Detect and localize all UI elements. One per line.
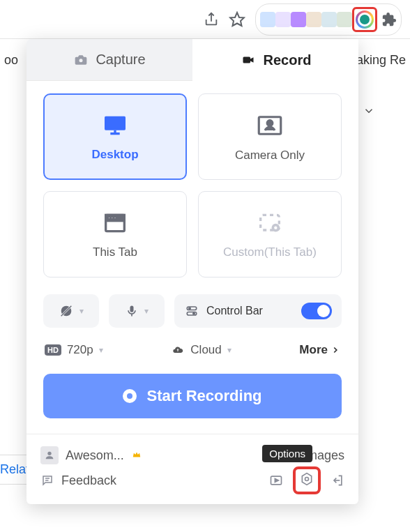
mode-this-tab[interactable]: This Tab: [43, 191, 187, 278]
webcam-toggle[interactable]: ▾: [43, 294, 99, 328]
footer-icons: [269, 466, 344, 494]
mode-desktop[interactable]: Desktop: [43, 93, 187, 180]
active-extension-highlight: [352, 7, 377, 32]
start-label: Start Recording: [146, 387, 261, 405]
extension-icon[interactable]: [337, 12, 352, 27]
tab-icon: [98, 209, 132, 237]
feedback-label: Feedback: [61, 473, 116, 488]
card-label: Camera Only: [235, 149, 305, 162]
camera-icon: [73, 53, 89, 67]
options-button-highlight: [293, 466, 321, 494]
share-icon[interactable]: [204, 12, 219, 27]
svg-rect-5: [114, 130, 116, 132]
quality-selector[interactable]: HD 720p ▾: [45, 343, 103, 357]
chevron-down-icon: ▾: [227, 345, 231, 355]
tab-record[interactable]: Record: [192, 39, 358, 81]
bg-text-right: aking Re: [356, 53, 406, 68]
bg-chevron: [363, 105, 375, 120]
quality-label: 720p: [67, 343, 93, 357]
avatar-icon: [40, 446, 59, 464]
camera-only-icon: [251, 111, 289, 140]
control-bar-toggle[interactable]: Control Bar: [174, 294, 342, 328]
svg-rect-2: [243, 57, 250, 63]
svg-point-23: [189, 307, 190, 309]
mode-camera-only[interactable]: Camera Only: [198, 93, 342, 180]
chevron-down-icon: [363, 105, 375, 117]
options-tooltip: Options: [262, 445, 312, 462]
chevron-right-icon: [331, 345, 340, 355]
popup-footer: Awesom... mages Feedback Options: [26, 434, 358, 504]
extensions-strip: [255, 3, 402, 36]
tab-capture[interactable]: Capture: [26, 39, 192, 81]
more-label: More: [299, 343, 328, 357]
cloud-upload-icon: [171, 344, 185, 356]
start-recording-button[interactable]: Start Recording: [43, 374, 342, 418]
extension-icon[interactable]: [275, 12, 291, 27]
controls-row: ▾ ▾ Control Bar: [26, 284, 358, 332]
svg-rect-3: [105, 116, 126, 130]
extension-icon[interactable]: [291, 12, 306, 27]
control-bar-label: Control Bar: [206, 305, 263, 317]
storage-selector[interactable]: Cloud ▾: [171, 343, 231, 357]
gear-icon[interactable]: [300, 472, 314, 486]
storage-label: Cloud: [190, 343, 221, 357]
extension-popup: Capture Record Desktop Camera Only This …: [26, 39, 358, 504]
svg-marker-30: [302, 473, 311, 485]
tab-label: Record: [264, 52, 312, 68]
crown-icon: [131, 448, 142, 463]
svg-point-24: [193, 313, 195, 314]
svg-point-11: [112, 217, 113, 218]
svg-point-10: [109, 217, 110, 218]
extension-icon[interactable]: [306, 12, 321, 27]
hd-icon: HD: [45, 344, 61, 356]
bookmark-star-icon[interactable]: [229, 11, 245, 28]
user-name: Awesom...: [66, 448, 124, 463]
more-button[interactable]: More: [299, 343, 340, 357]
svg-rect-4: [110, 132, 119, 135]
bg-images-text: mages: [307, 448, 344, 463]
settings-row: HD 720p ▾ Cloud ▾ More: [26, 332, 358, 370]
card-label: Custom(This Tab): [223, 245, 317, 259]
extension-icon[interactable]: [260, 12, 275, 27]
video-icon: [240, 54, 257, 66]
tab-bar: Capture Record: [26, 39, 358, 81]
extensions-puzzle-icon[interactable]: [381, 12, 397, 27]
record-icon: [123, 389, 137, 403]
record-mode-grid: Desktop Camera Only This Tab Custom(This…: [26, 81, 358, 284]
awesome-screenshot-extension-icon[interactable]: [356, 10, 374, 29]
microphone-icon: [125, 303, 139, 319]
desktop-icon: [98, 112, 132, 139]
svg-point-25: [47, 452, 51, 455]
svg-point-7: [267, 121, 273, 126]
user-account[interactable]: Awesom...: [40, 446, 142, 464]
videos-icon[interactable]: [269, 473, 283, 487]
bg-text-left: oo: [4, 53, 18, 68]
svg-rect-19: [130, 306, 134, 312]
browser-toolbar: [0, 0, 410, 39]
feedback-icon: [40, 474, 54, 487]
mic-toggle[interactable]: ▾: [109, 294, 165, 328]
svg-marker-29: [275, 479, 278, 482]
chevron-down-icon: ▾: [144, 306, 149, 316]
logout-icon[interactable]: [331, 473, 344, 487]
control-bar-icon: [184, 305, 199, 317]
svg-point-12: [114, 217, 116, 218]
feedback-link[interactable]: Feedback: [40, 473, 116, 488]
tab-label: Capture: [96, 52, 145, 68]
mode-custom[interactable]: Custom(This Tab): [198, 191, 342, 278]
chevron-down-icon: ▾: [99, 345, 103, 355]
chevron-down-icon: ▾: [79, 306, 84, 316]
webcam-off-icon: [59, 303, 74, 319]
card-label: This Tab: [93, 245, 137, 259]
svg-marker-0: [230, 13, 244, 26]
custom-area-icon: [253, 209, 287, 237]
svg-point-31: [305, 478, 309, 481]
card-label: Desktop: [91, 148, 138, 162]
extension-icon[interactable]: [321, 12, 337, 27]
toggle-switch[interactable]: [301, 303, 332, 319]
svg-point-1: [79, 59, 83, 62]
svg-point-15: [274, 227, 277, 229]
